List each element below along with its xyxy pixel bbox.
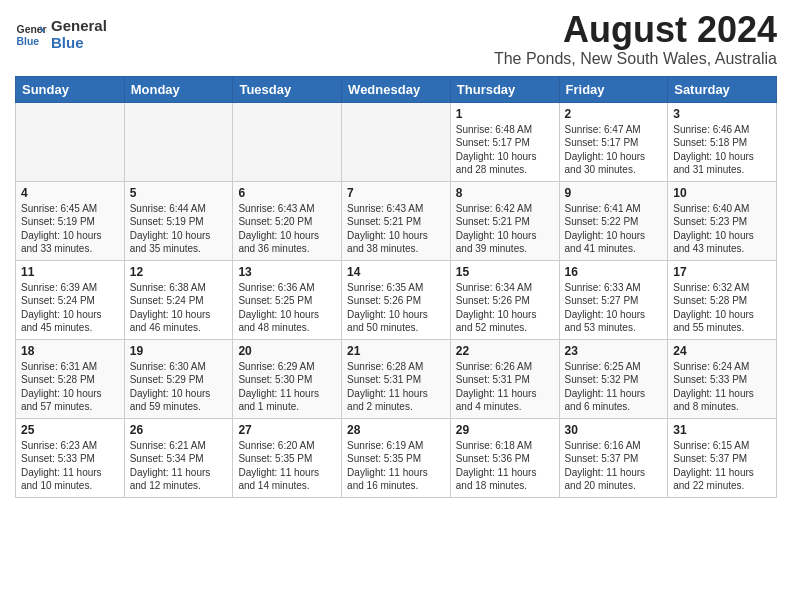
calendar-cell	[16, 102, 125, 181]
day-number: 3	[673, 107, 771, 121]
day-number: 28	[347, 423, 445, 437]
weekday-header-row: SundayMondayTuesdayWednesdayThursdayFrid…	[16, 76, 777, 102]
day-number: 18	[21, 344, 119, 358]
day-number: 23	[565, 344, 663, 358]
calendar-cell: 5Sunrise: 6:44 AM Sunset: 5:19 PM Daylig…	[124, 181, 233, 260]
title-area: August 2024 The Ponds, New South Wales, …	[494, 10, 777, 68]
calendar-cell: 4Sunrise: 6:45 AM Sunset: 5:19 PM Daylig…	[16, 181, 125, 260]
day-info: Sunrise: 6:25 AM Sunset: 5:32 PM Dayligh…	[565, 360, 663, 414]
weekday-header-wednesday: Wednesday	[342, 76, 451, 102]
day-info: Sunrise: 6:33 AM Sunset: 5:27 PM Dayligh…	[565, 281, 663, 335]
week-row-3: 11Sunrise: 6:39 AM Sunset: 5:24 PM Dayli…	[16, 260, 777, 339]
day-number: 31	[673, 423, 771, 437]
day-info: Sunrise: 6:30 AM Sunset: 5:29 PM Dayligh…	[130, 360, 228, 414]
day-number: 19	[130, 344, 228, 358]
day-info: Sunrise: 6:15 AM Sunset: 5:37 PM Dayligh…	[673, 439, 771, 493]
calendar-cell: 30Sunrise: 6:16 AM Sunset: 5:37 PM Dayli…	[559, 418, 668, 497]
day-info: Sunrise: 6:21 AM Sunset: 5:34 PM Dayligh…	[130, 439, 228, 493]
day-number: 20	[238, 344, 336, 358]
day-number: 17	[673, 265, 771, 279]
day-number: 4	[21, 186, 119, 200]
day-info: Sunrise: 6:34 AM Sunset: 5:26 PM Dayligh…	[456, 281, 554, 335]
weekday-header-thursday: Thursday	[450, 76, 559, 102]
calendar-cell: 25Sunrise: 6:23 AM Sunset: 5:33 PM Dayli…	[16, 418, 125, 497]
day-number: 30	[565, 423, 663, 437]
day-info: Sunrise: 6:16 AM Sunset: 5:37 PM Dayligh…	[565, 439, 663, 493]
calendar: SundayMondayTuesdayWednesdayThursdayFrid…	[15, 76, 777, 498]
day-info: Sunrise: 6:18 AM Sunset: 5:36 PM Dayligh…	[456, 439, 554, 493]
day-number: 22	[456, 344, 554, 358]
calendar-cell: 6Sunrise: 6:43 AM Sunset: 5:20 PM Daylig…	[233, 181, 342, 260]
calendar-cell: 15Sunrise: 6:34 AM Sunset: 5:26 PM Dayli…	[450, 260, 559, 339]
logo-text: General	[51, 18, 107, 35]
day-info: Sunrise: 6:43 AM Sunset: 5:21 PM Dayligh…	[347, 202, 445, 256]
day-number: 21	[347, 344, 445, 358]
day-number: 24	[673, 344, 771, 358]
calendar-cell: 28Sunrise: 6:19 AM Sunset: 5:35 PM Dayli…	[342, 418, 451, 497]
day-info: Sunrise: 6:36 AM Sunset: 5:25 PM Dayligh…	[238, 281, 336, 335]
calendar-cell: 12Sunrise: 6:38 AM Sunset: 5:24 PM Dayli…	[124, 260, 233, 339]
calendar-cell: 3Sunrise: 6:46 AM Sunset: 5:18 PM Daylig…	[668, 102, 777, 181]
weekday-header-sunday: Sunday	[16, 76, 125, 102]
logo-subtext: Blue	[51, 35, 107, 52]
calendar-cell: 31Sunrise: 6:15 AM Sunset: 5:37 PM Dayli…	[668, 418, 777, 497]
day-number: 1	[456, 107, 554, 121]
header: General Blue General Blue August 2024 Th…	[15, 10, 777, 68]
day-number: 25	[21, 423, 119, 437]
calendar-cell: 22Sunrise: 6:26 AM Sunset: 5:31 PM Dayli…	[450, 339, 559, 418]
week-row-1: 1Sunrise: 6:48 AM Sunset: 5:17 PM Daylig…	[16, 102, 777, 181]
day-info: Sunrise: 6:31 AM Sunset: 5:28 PM Dayligh…	[21, 360, 119, 414]
calendar-cell: 24Sunrise: 6:24 AM Sunset: 5:33 PM Dayli…	[668, 339, 777, 418]
calendar-cell: 9Sunrise: 6:41 AM Sunset: 5:22 PM Daylig…	[559, 181, 668, 260]
day-info: Sunrise: 6:44 AM Sunset: 5:19 PM Dayligh…	[130, 202, 228, 256]
calendar-cell: 19Sunrise: 6:30 AM Sunset: 5:29 PM Dayli…	[124, 339, 233, 418]
day-info: Sunrise: 6:45 AM Sunset: 5:19 PM Dayligh…	[21, 202, 119, 256]
day-number: 15	[456, 265, 554, 279]
main-title: August 2024	[494, 10, 777, 50]
day-info: Sunrise: 6:43 AM Sunset: 5:20 PM Dayligh…	[238, 202, 336, 256]
day-number: 5	[130, 186, 228, 200]
calendar-cell: 16Sunrise: 6:33 AM Sunset: 5:27 PM Dayli…	[559, 260, 668, 339]
day-number: 26	[130, 423, 228, 437]
calendar-cell: 27Sunrise: 6:20 AM Sunset: 5:35 PM Dayli…	[233, 418, 342, 497]
day-number: 27	[238, 423, 336, 437]
weekday-header-tuesday: Tuesday	[233, 76, 342, 102]
day-number: 14	[347, 265, 445, 279]
day-info: Sunrise: 6:29 AM Sunset: 5:30 PM Dayligh…	[238, 360, 336, 414]
calendar-cell: 8Sunrise: 6:42 AM Sunset: 5:21 PM Daylig…	[450, 181, 559, 260]
calendar-cell: 17Sunrise: 6:32 AM Sunset: 5:28 PM Dayli…	[668, 260, 777, 339]
day-info: Sunrise: 6:19 AM Sunset: 5:35 PM Dayligh…	[347, 439, 445, 493]
day-info: Sunrise: 6:38 AM Sunset: 5:24 PM Dayligh…	[130, 281, 228, 335]
day-number: 12	[130, 265, 228, 279]
calendar-cell: 13Sunrise: 6:36 AM Sunset: 5:25 PM Dayli…	[233, 260, 342, 339]
calendar-cell: 29Sunrise: 6:18 AM Sunset: 5:36 PM Dayli…	[450, 418, 559, 497]
calendar-cell: 14Sunrise: 6:35 AM Sunset: 5:26 PM Dayli…	[342, 260, 451, 339]
calendar-cell: 18Sunrise: 6:31 AM Sunset: 5:28 PM Dayli…	[16, 339, 125, 418]
day-info: Sunrise: 6:48 AM Sunset: 5:17 PM Dayligh…	[456, 123, 554, 177]
day-info: Sunrise: 6:39 AM Sunset: 5:24 PM Dayligh…	[21, 281, 119, 335]
day-number: 9	[565, 186, 663, 200]
day-number: 8	[456, 186, 554, 200]
calendar-cell: 11Sunrise: 6:39 AM Sunset: 5:24 PM Dayli…	[16, 260, 125, 339]
calendar-cell: 7Sunrise: 6:43 AM Sunset: 5:21 PM Daylig…	[342, 181, 451, 260]
day-number: 7	[347, 186, 445, 200]
calendar-cell	[342, 102, 451, 181]
day-info: Sunrise: 6:47 AM Sunset: 5:17 PM Dayligh…	[565, 123, 663, 177]
week-row-4: 18Sunrise: 6:31 AM Sunset: 5:28 PM Dayli…	[16, 339, 777, 418]
day-number: 29	[456, 423, 554, 437]
day-info: Sunrise: 6:26 AM Sunset: 5:31 PM Dayligh…	[456, 360, 554, 414]
logo: General Blue General Blue	[15, 18, 107, 51]
weekday-header-saturday: Saturday	[668, 76, 777, 102]
week-row-5: 25Sunrise: 6:23 AM Sunset: 5:33 PM Dayli…	[16, 418, 777, 497]
weekday-header-monday: Monday	[124, 76, 233, 102]
day-info: Sunrise: 6:23 AM Sunset: 5:33 PM Dayligh…	[21, 439, 119, 493]
calendar-cell	[233, 102, 342, 181]
day-number: 6	[238, 186, 336, 200]
logo-icon: General Blue	[15, 19, 47, 51]
day-info: Sunrise: 6:24 AM Sunset: 5:33 PM Dayligh…	[673, 360, 771, 414]
calendar-cell: 1Sunrise: 6:48 AM Sunset: 5:17 PM Daylig…	[450, 102, 559, 181]
weekday-header-friday: Friday	[559, 76, 668, 102]
calendar-cell: 21Sunrise: 6:28 AM Sunset: 5:31 PM Dayli…	[342, 339, 451, 418]
svg-text:Blue: Blue	[17, 35, 40, 46]
calendar-cell: 26Sunrise: 6:21 AM Sunset: 5:34 PM Dayli…	[124, 418, 233, 497]
